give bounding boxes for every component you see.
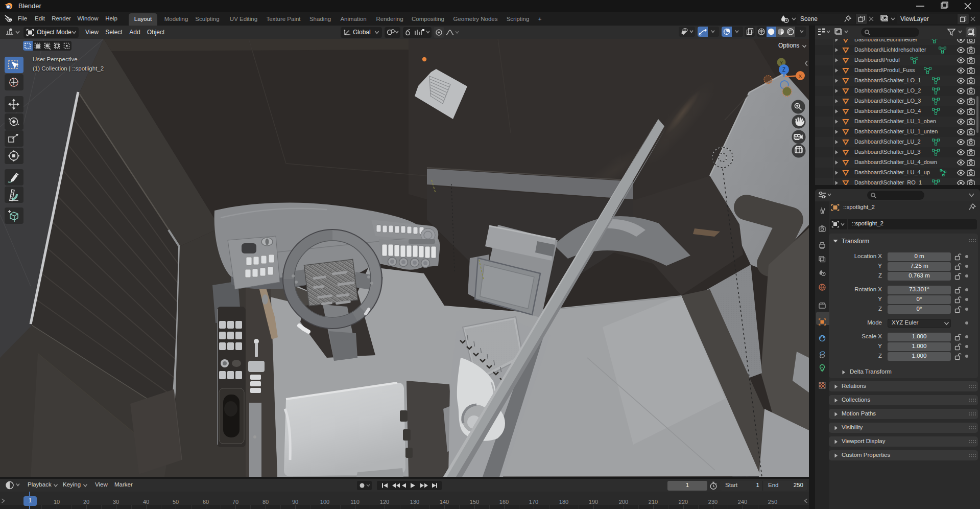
svg-text:X: X <box>799 73 802 79</box>
svg-text:Y: Y <box>780 60 783 65</box>
svg-text:Z: Z <box>782 67 785 73</box>
